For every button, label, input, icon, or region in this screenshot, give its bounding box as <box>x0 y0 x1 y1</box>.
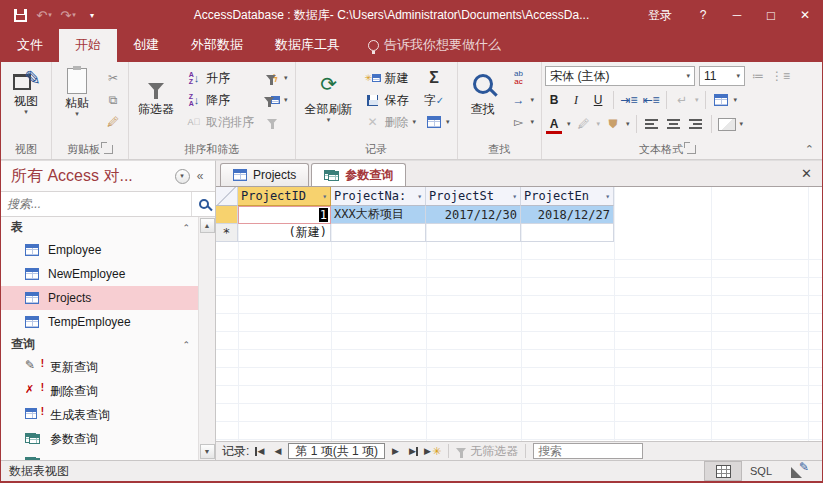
nav-pane-shutter-icon[interactable]: « <box>191 167 209 185</box>
highlight-color-icon[interactable]: 🖉 <box>575 115 593 133</box>
design-view-button[interactable]: ✎ <box>780 461 818 481</box>
spelling-button[interactable]: 字✓ <box>422 89 454 111</box>
toggle-filter-button[interactable] <box>260 111 292 133</box>
help-button[interactable]: ? <box>686 0 720 30</box>
increase-indent-icon[interactable]: ⇥≡ <box>620 91 638 109</box>
maximize-button[interactable]: □ <box>754 0 788 30</box>
column-header-projectname[interactable]: ProjectNa:▾ <box>331 187 426 206</box>
minimize-button[interactable]: ─ <box>720 0 754 30</box>
nav-item-delete-query[interactable]: ✗! 删除查询 <box>1 379 198 403</box>
cut-button[interactable]: ✂ <box>101 67 125 89</box>
numbering-icon[interactable]: ⋮≡ <box>771 67 790 85</box>
underline-button[interactable]: U <box>589 91 607 109</box>
text-direction-icon[interactable]: ↵ <box>673 91 691 109</box>
font-color-button[interactable]: A <box>545 115 563 133</box>
save-icon[interactable] <box>9 4 31 26</box>
redo-icon[interactable]: ↷▾ <box>57 4 79 26</box>
nav-pane-menu-icon[interactable]: ▾ <box>173 167 191 185</box>
nav-item-make-table-query[interactable]: ! 生成表查询 <box>1 403 198 427</box>
tab-database-tools[interactable]: 数据库工具 <box>259 29 356 62</box>
cell-empty[interactable] <box>426 224 521 242</box>
nav-item-partial[interactable] <box>1 451 198 460</box>
column-header-projectstart[interactable]: ProjectSt▾ <box>426 187 521 206</box>
column-dropdown-icon[interactable]: ▾ <box>512 192 517 201</box>
background-color-icon[interactable]: ⛊ <box>604 115 622 133</box>
align-left-icon[interactable] <box>643 115 661 133</box>
column-header-projectid[interactable]: ProjectID▾ <box>238 187 331 206</box>
text-format-dialog-launcher[interactable] <box>687 145 696 154</box>
sql-view-button[interactable]: SQL <box>742 461 780 481</box>
bold-button[interactable]: B <box>545 91 563 109</box>
italic-button[interactable]: I <box>567 91 585 109</box>
font-name-combo[interactable]: 宋体 (主体)▾ <box>545 66 695 86</box>
scroll-down-icon[interactable]: ▼ <box>200 444 215 459</box>
nav-item-projects[interactable]: Projects <box>1 286 198 310</box>
last-record-icon[interactable]: ▶ <box>406 444 421 459</box>
nav-item-update-query[interactable]: ✎! 更新查询 <box>1 355 198 379</box>
cell-empty[interactable] <box>521 224 614 242</box>
column-dropdown-icon[interactable]: ▾ <box>417 192 422 201</box>
collapse-ribbon-icon[interactable]: ⌃ <box>805 143 814 156</box>
nav-item-employee[interactable]: Employee <box>1 238 198 262</box>
nav-group-queries[interactable]: 查询⌃ <box>1 334 198 355</box>
find-button[interactable]: 查找 <box>461 65 505 137</box>
advanced-filter-options-button[interactable]: ▾ <box>260 89 292 111</box>
cell-new-record[interactable]: (新建) <box>238 224 331 242</box>
column-header-projectend[interactable]: ProjectEn▾ <box>521 187 614 206</box>
column-dropdown-icon[interactable]: ▾ <box>605 192 610 201</box>
advanced-filter-button[interactable]: ϟ▾ <box>260 67 292 89</box>
record-search-box[interactable] <box>533 443 643 459</box>
record-search-input[interactable] <box>534 444 642 458</box>
view-button[interactable]: ✎ 视图 ▾ <box>4 65 48 137</box>
cell-projectend[interactable]: 2018/12/27 <box>521 206 614 224</box>
cell-projectid-editing[interactable]: 1 <box>238 206 331 224</box>
tell-me-box[interactable]: 告诉我你想要做什么 <box>356 29 513 62</box>
next-record-icon[interactable]: ▶ <box>388 444 403 459</box>
format-painter-button[interactable]: 🖉 <box>101 111 125 133</box>
tab-external-data[interactable]: 外部数据 <box>175 29 259 62</box>
nav-search-input[interactable] <box>1 192 191 216</box>
select-button[interactable]: ▻▾ <box>507 111 539 133</box>
undo-icon[interactable]: ↶▾ <box>33 4 55 26</box>
ascending-button[interactable]: AZ↓ 升序 <box>182 67 258 89</box>
decrease-indent-icon[interactable]: ⇤≡ <box>642 91 660 109</box>
record-position[interactable]: 第 1 项(共 1 项) <box>288 443 385 459</box>
row-selector-new[interactable]: * <box>216 224 238 242</box>
tab-home[interactable]: 开始 <box>59 29 117 62</box>
customize-qat-icon[interactable]: ▾ <box>81 4 103 26</box>
nav-search-icon[interactable] <box>191 192 215 216</box>
nav-item-tempemployee[interactable]: TempEmployee <box>1 310 198 334</box>
filter-button[interactable]: 筛选器 <box>132 65 180 137</box>
no-filter-button[interactable]: 无筛选器 <box>456 443 518 460</box>
sign-in-button[interactable]: 登录 <box>634 7 686 24</box>
new-blank-record-icon[interactable]: ▶✳ <box>424 444 441 459</box>
tab-file[interactable]: 文件 <box>1 29 59 62</box>
clipboard-dialog-launcher[interactable] <box>104 145 113 154</box>
gridlines-icon[interactable] <box>712 91 730 109</box>
new-record-button[interactable]: ✳ 新建 <box>361 67 421 89</box>
nav-item-parameter-query[interactable]: 参数查询 <box>1 427 198 451</box>
tab-projects-table[interactable]: Projects <box>220 163 309 186</box>
bullets-icon[interactable]: ≔ <box>749 67 767 85</box>
datasheet-view-button[interactable] <box>704 461 742 481</box>
more-button[interactable]: ▾ <box>422 111 454 133</box>
replace-button[interactable]: abac <box>507 67 539 89</box>
refresh-all-button[interactable]: ⟳ 全部刷新 ▾ <box>299 65 359 137</box>
descending-button[interactable]: ZA↓ 降序 <box>182 89 258 111</box>
first-record-icon[interactable]: ◀ <box>252 444 267 459</box>
row-selector-current[interactable] <box>216 206 238 224</box>
close-document-icon[interactable]: ✕ <box>801 166 812 181</box>
select-all-corner[interactable] <box>216 187 238 206</box>
nav-scrollbar[interactable]: ▲ ▼ <box>198 217 215 460</box>
tab-parameter-query[interactable]: 参数查询 <box>311 163 406 186</box>
remove-sort-button[interactable]: A⃠ 取消排序 <box>182 111 258 133</box>
align-center-icon[interactable] <box>665 115 683 133</box>
paste-button[interactable]: 粘贴 ▾ <box>55 65 99 137</box>
delete-record-button[interactable]: ✕ 删除▾ <box>361 111 421 133</box>
cell-projectstart[interactable]: 2017/12/30 <box>426 206 521 224</box>
cell-projectname[interactable]: XXX大桥项目 <box>331 206 426 224</box>
totals-button[interactable]: Σ <box>422 67 454 89</box>
tab-create[interactable]: 创建 <box>117 29 175 62</box>
copy-button[interactable]: ⧉ <box>101 89 125 111</box>
font-size-combo[interactable]: 11▾ <box>699 66 745 86</box>
